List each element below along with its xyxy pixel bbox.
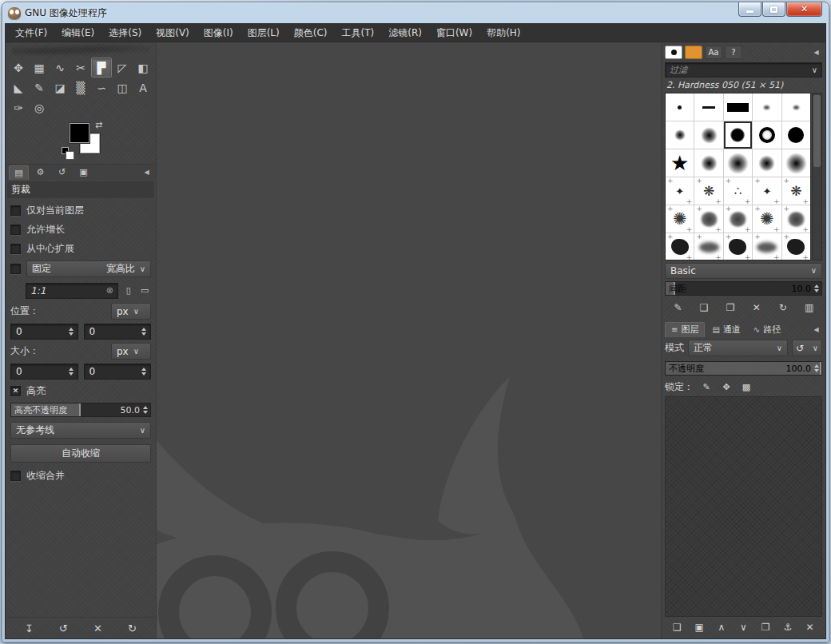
alignment-tool[interactable]: ▦ [29,58,50,78]
edit-brush-button[interactable]: ✎ [668,300,688,316]
option-shrink-merged[interactable]: 收缩合并 [10,466,151,485]
option-allow-growing[interactable]: 允许增长 [10,220,151,239]
tab-fonts[interactable]: Aa [705,46,722,59]
tab-device-status[interactable]: ⚙ [30,165,50,180]
spinner-arrows-icon[interactable] [67,328,75,336]
clear-input-icon[interactable]: ⊗ [106,285,113,296]
brush-item[interactable] [724,121,752,149]
fixed-checkbox[interactable] [10,264,21,274]
tab-channels[interactable]: ▤通道 [706,322,746,337]
collapse-dock-button[interactable]: ◀ [141,169,153,176]
menu-item-10[interactable]: 帮助(H) [479,24,527,42]
color-picker-tool[interactable]: ✑ [8,97,29,117]
spinner-arrows-icon[interactable] [813,282,821,295]
brush-item[interactable] [782,233,810,260]
size-unit-dropdown[interactable]: px ∨ [111,343,151,360]
tab-paths[interactable]: ∿路径 [748,322,786,337]
allow-growing-checkbox[interactable] [10,225,21,235]
size-height-spinner[interactable]: 0 [84,364,152,380]
brush-tag-dropdown[interactable]: Basic ∨ [665,263,822,279]
fixed-aspect-dropdown[interactable]: 固定 宽高比 ∨ [26,260,151,277]
move-tool[interactable]: ✥ [8,58,29,78]
brush-item[interactable] [666,177,694,205]
text-tool[interactable]: A [133,78,153,97]
brush-filter-input[interactable]: 过滤 ∨ [665,62,822,78]
position-y-spinner[interactable]: 0 [84,324,152,340]
spinner-arrows-icon[interactable] [140,368,148,376]
transform-tool[interactable]: ◸ [112,58,133,78]
duplicate-layer-button[interactable]: ❐ [756,619,776,635]
eraser-tool[interactable]: ◪ [50,78,70,97]
brush-item[interactable] [694,233,722,260]
tab-patterns[interactable] [685,46,702,59]
new-layer-group-button[interactable]: ▣ [690,619,710,635]
foreground-color-swatch[interactable] [70,123,89,143]
brush-item[interactable] [724,149,752,177]
size-width-spinner[interactable]: 0 [10,364,78,380]
save-tool-options-button[interactable]: ↧ [19,620,40,637]
auto-shrink-button[interactable]: 自动收缩 [10,444,151,463]
paintbrush-tool[interactable]: ✎ [29,78,50,97]
brush-item[interactable] [782,121,810,149]
tab-layers[interactable]: ≡图层 [665,322,705,337]
layers-list[interactable] [665,396,822,617]
lock-pixels-button[interactable]: ✎ [698,380,714,395]
delete-layer-button[interactable]: ✕ [800,619,820,635]
brush-item[interactable] [753,149,781,177]
option-highlight[interactable]: ✕ 高亮 [10,381,151,400]
refresh-brushes-button[interactable]: ↻ [773,300,793,316]
brush-item[interactable] [694,177,722,205]
airbrush-tool[interactable]: ▒ [70,78,91,97]
swap-colors-icon[interactable]: ⇄ [95,120,102,130]
menu-item-3[interactable]: 视图(V) [149,24,197,42]
guides-dropdown[interactable]: 无参考线 ∨ [10,422,151,439]
mode-switch-dropdown[interactable]: ↺ ∨ [792,340,822,356]
menu-item-1[interactable]: 编辑(E) [54,24,101,42]
option-expand-from-center[interactable]: 从中心扩展 [10,239,151,258]
position-unit-dropdown[interactable]: px ∨ [111,303,151,320]
menu-item-5[interactable]: 图层(L) [241,24,287,42]
free-select-tool[interactable]: ∿ [50,58,70,78]
brush-item[interactable] [666,93,694,121]
lock-position-button[interactable]: ✥ [718,380,734,395]
titlebar[interactable]: GNU 图像处理程序 ✕ [2,2,829,23]
brush-item[interactable] [753,121,781,149]
open-brush-button[interactable]: ▥ [799,300,819,316]
layer-mode-dropdown[interactable]: 正常 ∨ [688,340,788,356]
tab-document-history[interactable]: ? [725,46,742,59]
brush-item[interactable] [782,149,810,177]
new-layer-button[interactable]: ❑ [667,619,687,635]
menu-item-2[interactable]: 选择(S) [101,24,149,42]
brush-item[interactable] [666,149,694,177]
brush-item[interactable] [724,205,752,233]
crop-tool[interactable]: ▛ [91,58,112,78]
expand-from-center-checkbox[interactable] [10,244,21,254]
current-layer-only-checkbox[interactable] [10,205,21,216]
scrollbar-thumb[interactable] [813,95,821,167]
brush-item[interactable] [753,177,781,205]
highlight-checkbox[interactable]: ✕ [10,386,21,396]
lower-layer-button[interactable]: ∨ [734,619,753,635]
brush-item[interactable] [782,93,810,121]
brush-item[interactable] [694,205,722,233]
default-colors-icon[interactable] [62,147,69,154]
brush-item[interactable] [694,149,722,177]
spinner-arrows-icon[interactable] [813,362,821,375]
brush-item[interactable] [694,93,722,121]
brush-item[interactable] [724,93,752,121]
canvas[interactable] [156,42,662,638]
portrait-orientation-icon[interactable]: ▯ [122,284,135,298]
scissors-select-tool[interactable]: ✂ [70,58,91,78]
bucket-fill-tool[interactable]: ◣ [8,78,29,97]
brush-item[interactable] [666,233,694,260]
brush-item[interactable] [782,205,810,233]
duplicate-brush-button[interactable]: ❐ [721,300,741,316]
collapse-dock-button[interactable]: ◀ [810,326,822,333]
brush-item[interactable] [753,93,781,121]
brush-item[interactable] [666,121,694,149]
delete-brush-button[interactable]: ✕ [746,300,766,316]
restore-tool-options-button[interactable]: ↺ [54,620,74,637]
raise-layer-button[interactable]: ∧ [711,619,731,635]
brush-item[interactable] [753,233,781,260]
option-current-layer-only[interactable]: 仅对当前图层 [10,201,151,220]
